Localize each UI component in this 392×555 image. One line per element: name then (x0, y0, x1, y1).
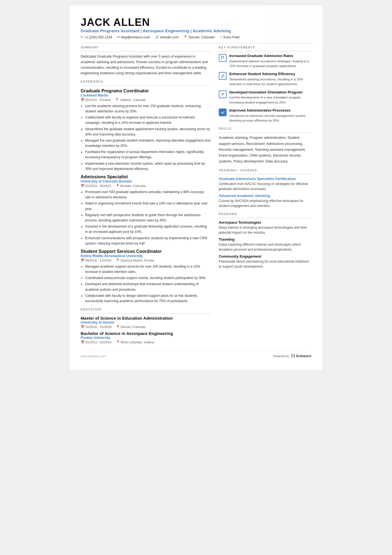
header-divider (81, 43, 311, 43)
header-section: JACK ALLEN Graduate Programs Assistant |… (81, 17, 311, 39)
left-column: SUMMARY Dedicated Graduate Programs Assi… (81, 46, 210, 345)
job-date-2: 📅 01/2019 - 05/2021 (81, 184, 111, 188)
edu-school-2: Purdue University (81, 336, 210, 340)
passion-desc-3: Passionate about volunteering for local … (219, 259, 311, 269)
powered-by-text: Powered by (273, 354, 289, 358)
bullet-1-5: Facilitated the organization of annual d… (85, 149, 210, 160)
job-meta-2: 📅 01/2019 - 05/2021 📍 Boulder, Colorado (81, 184, 210, 188)
pencil-icon (221, 74, 225, 78)
edu-date-1: 📅 01/2016 - 01/2018 (81, 325, 111, 329)
footer-website: www.enhancv.com (81, 354, 106, 358)
extra-text: Extra Field (224, 35, 239, 39)
job-bullets-1: Led the academic advising process for ov… (81, 103, 210, 172)
web-text: linkedin.com (160, 35, 179, 39)
job-bullets-2: Processed over 500 graduate applications… (81, 189, 210, 246)
edu-loc-2: 📍 West Lafayette, Indiana (116, 340, 154, 344)
job-bullets-3: Managed academic support services for ov… (81, 264, 210, 304)
job-meta-3: 📅 08/2016 - 12/2018 📍 Daytona Beach, Flo… (81, 258, 210, 262)
edu-loc-icon-2: 📍 (116, 341, 120, 344)
contact-web: 🔗 linkedin.com (155, 35, 179, 39)
summary-divider (81, 51, 210, 51)
bullet-1-6: Implemented a new electronic records sys… (85, 161, 210, 172)
contact-email: ✉ help@enhancv.com (117, 35, 150, 39)
education-label: EDUCATION (81, 308, 210, 311)
job-title-1: Graduate Programs Coordinator (81, 88, 210, 93)
education-divider (81, 313, 210, 314)
passion-desc-2: Enjoy exploring different cultures and l… (219, 242, 311, 252)
edu-degree-2: Bachelor of Science in Aerospace Enginee… (81, 331, 210, 336)
candidate-title: Graduate Programs Assistant | Aerospace … (81, 28, 311, 33)
achievements-divider (219, 51, 311, 51)
loc-icon-3: 📍 (116, 258, 120, 262)
achievement-text-4: Improved Administrative Processes Introd… (229, 108, 311, 123)
achievements-label: KEY ACHIEVEMENTS (219, 46, 311, 49)
passion-title-2: Traveling (219, 237, 311, 241)
bullet-1-1: Led the academic advising process for ov… (85, 103, 210, 114)
logo-icon: ⌇⌇ (291, 353, 295, 359)
calendar-icon-3: 📅 (81, 258, 85, 262)
job-company-1: Lockheed Martin (81, 93, 210, 97)
summary-label: SUMMARY (81, 46, 210, 49)
edu-meta-2: 📅 01/2012 - 01/2016 📍 West Lafayette, In… (81, 340, 210, 344)
skills-divider (219, 132, 311, 133)
passions-divider (219, 218, 311, 218)
edu-loc-icon-1: 📍 (116, 325, 120, 329)
skills-text: Academic advising, Program administratio… (219, 135, 311, 164)
web-icon: 🔗 (155, 35, 159, 39)
achievement-text-1: Increased Graduate Admission Rates Imple… (229, 54, 311, 68)
loc-icon-2: 📍 (116, 184, 120, 188)
footer: www.enhancv.com Powered by ⌇⌇ Enhancv (81, 351, 311, 359)
job-meta-1: 📅 06/2021 - Present 📍 Littleton, Colorad… (81, 98, 210, 102)
bullet-1-2: Collaborated with faculty to organize an… (85, 115, 210, 125)
achievement-icon-1 (219, 54, 227, 62)
edu-cal-2: 📅 (81, 341, 85, 344)
training-desc-2: Course by NACADA emphasizing effective t… (219, 198, 311, 208)
phone-icon: ✆ (81, 35, 83, 39)
achievement-title-1: Increased Graduate Admission Rates (229, 54, 311, 58)
training-label: TRAINING / COURSES (219, 169, 311, 172)
edu-loc-1: 📍 Denver, Colorado (116, 325, 146, 329)
job-date-3: 📅 08/2016 - 12/2018 (81, 258, 111, 262)
brand-name: Enhancv (296, 354, 311, 358)
achievement-item-4: Improved Administrative Processes Introd… (219, 108, 311, 123)
job-company-2: University of Colorado Boulder (81, 179, 210, 183)
loc-icon-1: 📍 (115, 98, 119, 102)
achievement-desc-3: Led the development of a new orientation… (229, 95, 311, 105)
calendar-icon-2: 📅 (81, 184, 85, 188)
bullet-2-5: Enhanced communications with prospective… (85, 236, 210, 246)
contact-phone: ✆ +1-(234)-555-1234 (81, 35, 112, 39)
edu-degree-1: Master of Science in Education Administr… (81, 316, 210, 320)
contact-bar: ✆ +1-(234)-555-1234 ✉ help@enhancv.com 🔗… (81, 35, 311, 39)
contact-extra: ☆ Extra Field (220, 35, 239, 39)
bullet-2-1: Processed over 500 graduate applications… (85, 189, 210, 200)
phone-text: +1-(234)-555-1234 (84, 35, 112, 39)
email-icon: ✉ (117, 35, 120, 39)
training-desc-1: Certification from NACAC focusing on str… (219, 181, 311, 191)
achievement-title-4: Improved Administrative Processes (229, 108, 311, 113)
training-title-2: Advanced Academic Advising (219, 194, 311, 198)
passion-title-3: Community Engagement (219, 254, 311, 258)
achievement-desc-2: Streamlined advising procedures, resulti… (229, 77, 311, 87)
edu-school-1: University of Denver (81, 320, 210, 324)
bullet-1-4: Managed the new graduate student orienta… (85, 138, 210, 149)
calendar-icon-1: 📅 (81, 98, 85, 102)
bullet-2-4: Assisted in the development of a graduat… (85, 224, 210, 235)
star-icon: ☆ (220, 35, 222, 39)
job-company-3: Embry-Riddle Aeronautical University (81, 254, 210, 258)
resume-page: JACK ALLEN Graduate Programs Assistant |… (70, 6, 322, 370)
job-title-2: Admissions Specialist (81, 174, 210, 179)
summary-text: Dedicated Graduate Programs Assistant wi… (81, 54, 210, 76)
bullet-3-4: Collaborated with faculty to design tail… (85, 293, 210, 304)
achievement-text-2: Enhanced Student Advising Efficiency Str… (229, 72, 311, 87)
edu-cal-1: 📅 (81, 325, 85, 329)
tools-icon (221, 92, 225, 96)
achievement-item-3: Developed Innovative Orientation Program… (219, 90, 311, 105)
achievement-icon-4 (219, 108, 227, 116)
bullet-3-1: Managed academic support services for ov… (85, 264, 210, 275)
bullet-3-3: Developed and delivered workshops that e… (85, 282, 210, 292)
achievement-text-3: Developed Innovative Orientation Program… (229, 90, 311, 105)
training-title-1: Graduate Admissions Specialist Certifica… (219, 177, 311, 181)
enhancv-logo: ⌇⌇ Enhancv (291, 353, 311, 359)
check-icon (221, 110, 225, 114)
bullet-2-2: Aided in organizing recruitment events t… (85, 201, 210, 211)
